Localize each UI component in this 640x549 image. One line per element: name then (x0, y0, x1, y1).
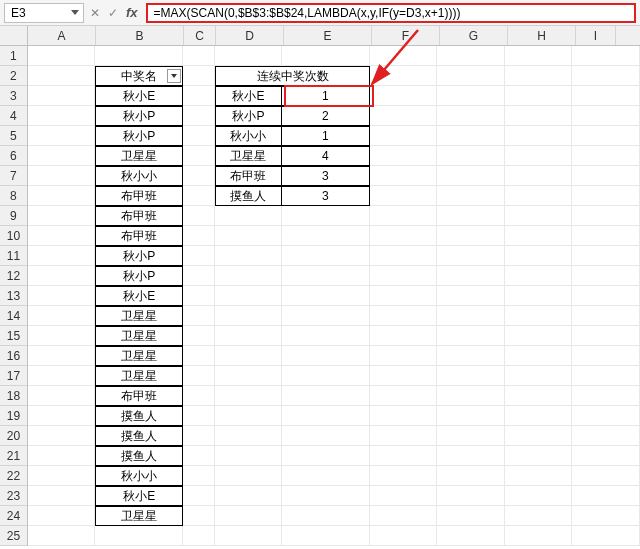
cell[interactable] (28, 66, 96, 86)
cell[interactable] (215, 426, 283, 446)
cell[interactable] (505, 206, 573, 226)
cell[interactable] (505, 46, 573, 66)
cell[interactable] (282, 446, 369, 466)
cell[interactable]: 卫星星 (95, 506, 182, 526)
cell[interactable] (505, 286, 573, 306)
cell[interactable]: 摸鱼人 (95, 426, 182, 446)
select-all-corner[interactable] (0, 26, 28, 45)
cell[interactable] (505, 386, 573, 406)
cell[interactable] (370, 126, 438, 146)
cell[interactable] (437, 126, 505, 146)
cell[interactable] (505, 346, 573, 366)
cell[interactable] (28, 526, 96, 546)
cell[interactable]: 秋小E (95, 86, 182, 106)
cell[interactable] (437, 266, 505, 286)
cell[interactable] (370, 106, 438, 126)
cell[interactable] (505, 186, 573, 206)
cell[interactable] (572, 146, 640, 166)
cell[interactable] (282, 306, 369, 326)
cell[interactable]: 3 (282, 166, 369, 186)
cell[interactable] (437, 426, 505, 446)
cell[interactable]: 秋小E (95, 286, 182, 306)
cell[interactable] (215, 226, 283, 246)
cell[interactable] (28, 406, 96, 426)
cell[interactable] (437, 366, 505, 386)
cell[interactable] (572, 106, 640, 126)
cell[interactable] (282, 386, 369, 406)
cell[interactable] (183, 146, 215, 166)
cell[interactable] (572, 446, 640, 466)
cell[interactable] (370, 206, 438, 226)
cell[interactable] (183, 266, 215, 286)
cell[interactable] (572, 126, 640, 146)
cell[interactable] (437, 46, 505, 66)
cell[interactable] (505, 166, 573, 186)
cell[interactable] (28, 166, 96, 186)
cell[interactable] (437, 146, 505, 166)
cell[interactable] (28, 246, 96, 266)
cell[interactable] (28, 266, 96, 286)
cell[interactable] (183, 66, 215, 86)
row-header[interactable]: 6 (0, 146, 28, 166)
cell[interactable] (183, 246, 215, 266)
row-header[interactable]: 4 (0, 106, 28, 126)
cell[interactable] (505, 446, 573, 466)
cell[interactable] (370, 146, 438, 166)
cell[interactable] (282, 266, 369, 286)
cell[interactable] (437, 106, 505, 126)
col-header-H[interactable]: H (508, 26, 576, 45)
cell[interactable] (215, 466, 283, 486)
cell[interactable]: 秋小小 (95, 466, 182, 486)
cell[interactable] (505, 106, 573, 126)
cell[interactable] (183, 426, 215, 446)
cell[interactable] (28, 206, 96, 226)
cell[interactable] (370, 326, 438, 346)
cell[interactable] (370, 266, 438, 286)
cell[interactable] (572, 206, 640, 226)
row-header[interactable]: 23 (0, 486, 28, 506)
cell[interactable] (505, 426, 573, 446)
cell[interactable] (95, 526, 182, 546)
cell[interactable]: 连续中奖次数 (215, 66, 283, 86)
cell[interactable] (183, 126, 215, 146)
cell[interactable]: 摸鱼人 (95, 406, 182, 426)
row-header[interactable]: 12 (0, 266, 28, 286)
cell[interactable] (282, 366, 369, 386)
cell[interactable] (282, 286, 369, 306)
cell[interactable] (28, 346, 96, 366)
row-header[interactable]: 15 (0, 326, 28, 346)
cell[interactable] (28, 186, 96, 206)
cell[interactable] (505, 146, 573, 166)
cell[interactable]: 秋小E (95, 486, 182, 506)
cell[interactable] (282, 346, 369, 366)
cell[interactable]: 3 (282, 186, 369, 206)
cell[interactable] (437, 186, 505, 206)
cell[interactable]: 布甲班 (95, 186, 182, 206)
cell[interactable] (183, 526, 215, 546)
cell[interactable]: 卫星星 (95, 326, 182, 346)
cell[interactable] (282, 506, 369, 526)
cell[interactable]: 布甲班 (95, 226, 182, 246)
cell[interactable] (282, 206, 369, 226)
cell[interactable] (282, 406, 369, 426)
cell[interactable] (28, 126, 96, 146)
col-header-B[interactable]: B (96, 26, 184, 45)
cell[interactable] (215, 506, 283, 526)
cell[interactable] (572, 386, 640, 406)
cell[interactable] (370, 166, 438, 186)
cell[interactable]: 中奖名 (95, 66, 182, 86)
cell[interactable] (183, 86, 215, 106)
cell[interactable]: 布甲班 (95, 386, 182, 406)
cell[interactable] (370, 446, 438, 466)
row-header[interactable]: 17 (0, 366, 28, 386)
row-header[interactable]: 25 (0, 526, 28, 546)
cell[interactable] (572, 166, 640, 186)
spreadsheet-grid[interactable]: A B C D E F G H I 12中奖名连续中奖次数3秋小E秋小E14秋小… (0, 26, 640, 549)
filter-button[interactable] (167, 69, 181, 83)
col-header-F[interactable]: F (372, 26, 440, 45)
cell[interactable] (215, 486, 283, 506)
cell[interactable] (28, 466, 96, 486)
row-header[interactable]: 14 (0, 306, 28, 326)
cell[interactable] (282, 426, 369, 446)
cell[interactable] (572, 86, 640, 106)
